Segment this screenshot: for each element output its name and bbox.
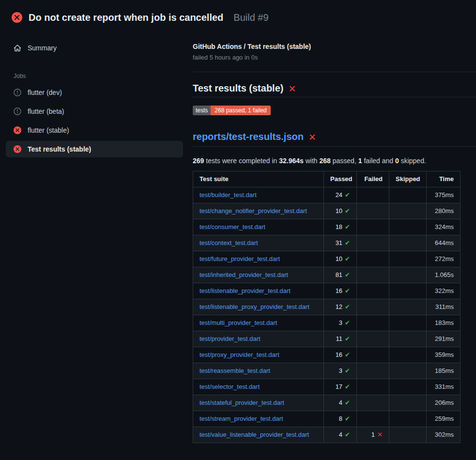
test-suite-link[interactable]: test/listenable_proxy_provider_test.dart [200,303,309,310]
stop-octagon-icon [14,89,21,96]
table-row: test/context_test.dart31✔644ms [193,235,461,251]
test-suite-link[interactable]: test/stateful_provider_test.dart [200,399,284,406]
cell-skipped [389,267,427,283]
check-icon: ✔ [345,239,350,246]
report-file-link[interactable]: reports/test-results.json [193,131,304,142]
cell-failed [357,251,389,267]
cell-skipped [389,251,427,267]
cell-passed-count: 3 [339,319,342,326]
cell-skipped [389,299,427,315]
sidebar-job-item-1[interactable]: flutter (beta) [6,103,183,120]
test-suite-link[interactable]: test/proxy_provider_test.dart [200,351,279,358]
test-suite-link[interactable]: test/selector_test.dart [200,383,260,390]
table-row: test/listenable_proxy_provider_test.dart… [193,299,461,315]
test-suite-link[interactable]: test/multi_provider_test.dart [200,319,277,326]
cell-passed: 3✔ [324,315,357,331]
cell-passed: 4✔ [324,427,357,443]
failed-cross-icon: ✕ [288,83,296,94]
cell-failed [357,315,389,331]
test-suite-link[interactable]: test/listenable_provider_test.dart [200,287,291,294]
section-heading-text: Test results (stable) [193,83,283,94]
failed-cross-icon: ✕ [308,132,316,142]
table-row: test/inherited_provider_test.dart81✔1.06… [193,267,461,283]
tests-badge-label: tests [193,106,211,115]
test-suite-link[interactable]: test/future_provider_test.dart [200,255,280,262]
tests-badge-value: 268 passed, 1 failed [211,106,270,115]
cell-skipped [389,283,427,299]
cell-passed-count: 81 [336,271,342,278]
cell-passed-count: 10 [336,207,342,215]
cell-failed-count: 1 [371,431,375,438]
test-suite-link[interactable]: test/value_listenable_provider_test.dart [200,431,309,438]
cross-icon: ✕ [377,431,383,438]
cell-skipped [389,395,427,411]
cell-failed [357,267,389,283]
cell-passed-count: 24 [336,191,342,199]
cell-passed: 18✔ [324,219,357,235]
sidebar-job-item-2[interactable]: flutter (stable) [6,122,183,138]
test-suite-link[interactable]: test/context_test.dart [200,239,258,246]
sidebar-job-label: flutter (dev) [28,89,62,96]
summary-text: with [304,157,320,165]
test-suite-link[interactable]: test/consumer_test.dart [200,223,265,230]
check-icon: ✔ [345,367,350,374]
cell-skipped [389,187,427,203]
cell-test-suite: test/selector_test.dart [193,379,324,395]
table-row: test/future_provider_test.dart10✔272ms [193,251,461,267]
cell-skipped [389,235,427,251]
check-icon: ✔ [345,399,350,406]
report-heading: reports/test-results.json ✕ [193,131,476,147]
cell-failed [357,363,389,379]
cell-time: 280ms [427,203,461,219]
table-row: test/reassemble_test.dart3✔185ms [193,363,461,379]
test-suite-link[interactable]: test/builder_test.dart [200,191,257,199]
sidebar-item-summary[interactable]: Summary [6,40,183,56]
table-row: test/selector_test.dart17✔331ms [193,379,461,395]
table-row: test/proxy_provider_test.dart16✔359ms [193,347,461,363]
cell-test-suite: test/listenable_proxy_provider_test.dart [193,299,324,315]
x-circle-icon [14,126,21,134]
cell-passed: 81✔ [324,267,357,283]
cell-time: 291ms [427,331,461,347]
cell-passed-count: 4 [339,399,342,406]
test-suite-link[interactable]: test/reassemble_test.dart [200,367,270,374]
summary-skipped: 0 [395,157,399,165]
sidebar-job-item-0[interactable]: flutter (dev) [6,84,183,101]
check-icon: ✔ [345,255,350,262]
cell-failed [357,411,389,427]
cell-failed [357,203,389,219]
cell-failed [357,299,389,315]
main-content: GitHub Actions / Test results (stable) f… [189,27,476,443]
test-suite-link[interactable]: test/provider_test.dart [200,335,261,342]
summary-total: 269 [193,157,204,165]
test-suite-link[interactable]: test/stream_provider_test.dart [200,415,283,422]
cell-skipped [389,347,427,363]
check-icon: ✔ [345,351,350,358]
sidebar-job-item-3[interactable]: Test results (stable) [6,141,183,157]
cell-test-suite: test/context_test.dart [193,235,324,251]
cell-skipped [389,363,427,379]
test-suite-link[interactable]: test/inherited_provider_test.dart [200,271,288,278]
check-icon: ✔ [345,415,350,422]
cell-failed [357,379,389,395]
summary-passed: 268 [320,157,331,165]
cell-failed [357,347,389,363]
check-icon: ✔ [345,223,350,230]
cell-passed-count: 31 [336,239,342,246]
summary-line: 269 tests were completed in 32.964s with… [193,157,476,165]
cell-passed: 24✔ [324,187,357,203]
test-results-table: Test suite Passed Failed Skipped Time te… [193,171,461,443]
cell-skipped [389,219,427,235]
test-suite-link[interactable]: test/change_notifier_provider_test.dart [200,207,307,215]
summary-text: failed and [362,157,396,165]
cell-test-suite: test/builder_test.dart [193,187,324,203]
cell-passed-count: 16 [336,287,342,294]
cell-time: 1.065s [427,267,461,283]
cell-passed-count: 3 [339,367,342,374]
cell-passed: 4✔ [324,395,357,411]
summary-duration: 32.964s [279,157,304,165]
cell-failed [357,235,389,251]
test-results-table-body: test/builder_test.dart24✔375mstest/chang… [193,187,461,443]
check-run-breadcrumb: GitHub Actions / Test results (stable) [193,43,476,50]
table-row: test/listenable_provider_test.dart16✔322… [193,283,461,299]
